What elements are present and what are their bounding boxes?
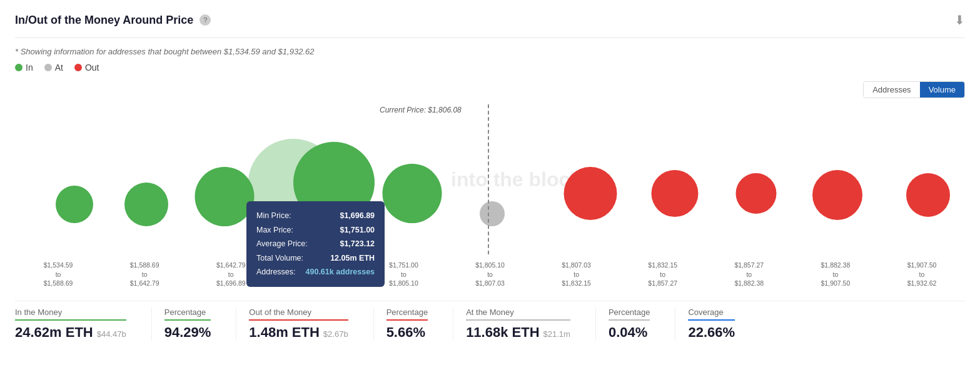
bubble-0[interactable] — [56, 186, 93, 223]
x-tick-9: $1,882.38to$1,907.50 — [792, 261, 879, 288]
controls: Addresses Volume — [15, 81, 965, 98]
stat-underline-out-money — [249, 319, 348, 321]
tooltip-addr-value: 490.61k addresses — [306, 265, 375, 279]
stat-block-at-money: At the Money11.68k ETH$21.1m — [466, 308, 583, 341]
legend-label-in: In — [26, 62, 33, 72]
x-axis: $1,534.59to$1,588.69$1,588.69to$1,642.79… — [15, 261, 965, 288]
help-icon[interactable]: ? — [200, 14, 211, 26]
legend-item-in: In — [15, 62, 33, 72]
stat-divider-2 — [373, 308, 374, 341]
x-tick-0: $1,534.59to$1,588.69 — [15, 261, 101, 288]
x-tick-7: $1,832.15to$1,857.27 — [620, 261, 706, 288]
stat-value-coverage: 22.66% — [688, 324, 735, 341]
stats-row: In the Money24.62m ETH$44.47bPercentage9… — [15, 301, 965, 341]
bubble-7[interactable] — [564, 167, 617, 220]
stat-divider-0 — [151, 308, 152, 341]
stat-value-in-pct: 94.29% — [164, 324, 211, 341]
legend-item-out: Out — [74, 62, 99, 72]
stat-value-out-money: 1.48m ETH$2.67b — [249, 324, 348, 341]
legend-dot-out — [74, 64, 82, 71]
legend-item-at: At — [44, 62, 63, 72]
tooltip-max-value: $1,751.00 — [340, 223, 375, 238]
legend-dot-at — [44, 64, 52, 71]
bubble-11[interactable] — [906, 173, 950, 217]
stat-label-at-pct: Percentage — [609, 308, 650, 317]
stat-block-out-money: Out of the Money1.48m ETH$2.67b — [249, 308, 360, 341]
x-tick-5: $1,805.10to$1,807.03 — [447, 261, 533, 288]
bubble-8[interactable] — [652, 170, 699, 217]
chart-area: into the block Current Price: $1,806.08 … — [15, 104, 965, 254]
stat-underline-coverage — [688, 319, 735, 321]
x-tick-6: $1,807.03to$1,832.15 — [533, 261, 620, 288]
x-tick-10: $1,907.50to$1,932.62 — [879, 261, 965, 288]
current-price-label: Current Price: $1,806.08 — [380, 106, 462, 114]
stat-label-out-money: Out of the Money — [249, 308, 348, 317]
legend-label-at: At — [55, 62, 63, 72]
tooltip: Min Price: $1,696.89 Max Price: $1,751.0… — [246, 201, 385, 287]
stat-underline-at-money — [466, 319, 570, 321]
tooltip-avg-value: $1,723.12 — [340, 237, 375, 251]
current-price-line — [488, 104, 489, 254]
stat-block-in-money: In the Money24.62m ETH$44.47b — [15, 308, 139, 341]
stat-label-coverage: Coverage — [688, 308, 735, 317]
stat-underline-out-pct — [386, 319, 428, 321]
stat-block-out-pct: Percentage5.66% — [386, 308, 441, 341]
x-tick-8: $1,857.27to$1,882.38 — [706, 261, 792, 288]
subtitle: * Showing information for addresses that… — [15, 47, 965, 56]
stat-underline-in-money — [15, 319, 126, 321]
stat-label-out-pct: Percentage — [386, 308, 428, 317]
stat-divider-4 — [595, 308, 596, 341]
bubble-2[interactable] — [195, 167, 255, 226]
tooltip-min-label: Min Price: — [256, 209, 291, 223]
stat-divider-5 — [675, 308, 675, 341]
stat-label-at-money: At the Money — [466, 308, 570, 317]
main-container: In/Out of the Money Around Price ? ⬇ * S… — [0, 0, 980, 380]
bubble-1[interactable] — [124, 182, 168, 226]
bubbles-container — [15, 104, 965, 254]
stat-label-in-money: In the Money — [15, 308, 126, 317]
bubble-6[interactable] — [480, 201, 505, 226]
stat-block-in-pct: Percentage94.29% — [164, 308, 224, 341]
volume-button[interactable]: Volume — [920, 82, 964, 98]
tooltip-addr-label: Addresses: — [256, 265, 296, 279]
stat-underline-at-pct — [609, 319, 650, 321]
stat-divider-3 — [453, 308, 453, 341]
stat-value-in-money: 24.62m ETH$44.47b — [15, 324, 126, 341]
x-tick-1: $1,588.69to$1,642.79 — [101, 261, 188, 288]
stat-value-at-pct: 0.04% — [609, 324, 650, 341]
legend: In At Out — [15, 62, 965, 72]
legend-label-out: Out — [85, 62, 99, 72]
addresses-button[interactable]: Addresses — [864, 82, 919, 98]
bubble-10[interactable] — [812, 170, 862, 220]
stat-underline-in-pct — [164, 319, 211, 321]
legend-dot-in — [15, 64, 23, 71]
stat-block-at-pct: Percentage0.04% — [609, 308, 663, 341]
bubble-5[interactable] — [383, 164, 442, 223]
download-icon[interactable]: ⬇ — [954, 12, 965, 28]
tooltip-min-value: $1,696.89 — [340, 209, 375, 223]
page-title: In/Out of the Money Around Price — [15, 14, 193, 27]
tooltip-avg-label: Average Price: — [256, 237, 308, 251]
tooltip-vol-label: Total Volume: — [256, 251, 303, 266]
stat-value-out-pct: 5.66% — [386, 324, 428, 341]
stat-divider-1 — [236, 308, 236, 341]
tooltip-max-label: Max Price: — [256, 223, 293, 238]
stat-value-at-money: 11.68k ETH$21.1m — [466, 324, 570, 341]
stat-block-coverage: Coverage22.66% — [688, 308, 747, 341]
tooltip-vol-value: 12.05m ETH — [330, 251, 375, 266]
view-toggle: Addresses Volume — [863, 81, 965, 98]
header: In/Out of the Money Around Price ? ⬇ — [15, 12, 965, 38]
bubble-9[interactable] — [736, 173, 777, 214]
stat-label-in-pct: Percentage — [164, 308, 211, 317]
